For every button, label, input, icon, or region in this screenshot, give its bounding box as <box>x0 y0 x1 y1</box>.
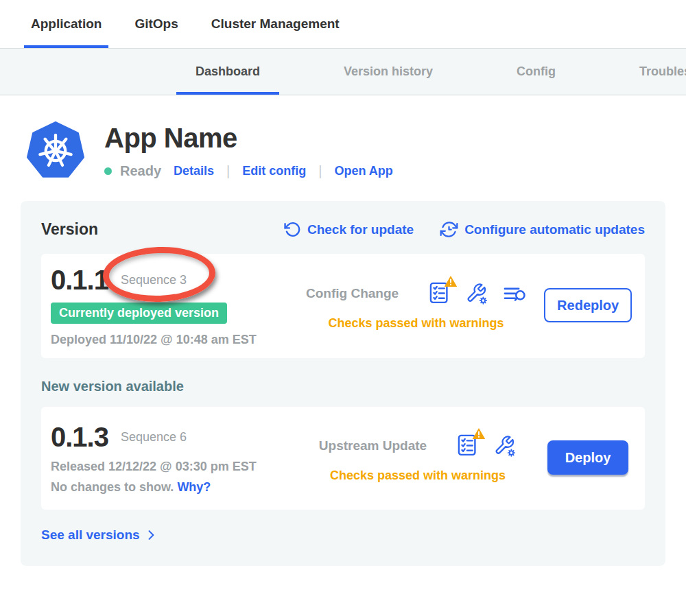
current-checks-warning: Checks passed with warnings <box>329 316 504 331</box>
refresh-icon <box>284 221 301 238</box>
available-version-number: 0.1.3 <box>51 422 108 453</box>
open-app-link[interactable]: Open App <box>334 164 392 178</box>
chevron-right-icon <box>144 528 158 542</box>
sub-nav: Dashboard Version history Config Trouble… <box>0 48 686 95</box>
current-version-card: 0.1.1 Sequence 3 Currently deployed vers… <box>41 254 645 358</box>
edit-config-icon[interactable] <box>494 435 517 458</box>
available-source-label: Upstream Update <box>319 438 427 453</box>
redeploy-button[interactable]: Redeploy <box>544 288 632 322</box>
top-nav: Application GitOps Cluster Management <box>0 0 686 48</box>
auto-update-icon <box>440 220 458 239</box>
view-files-icon[interactable] <box>504 284 526 304</box>
top-nav-item-application[interactable]: Application <box>31 0 102 48</box>
changes-line: No changes to show. Why? <box>51 480 306 495</box>
current-version-sequence: Sequence 3 <box>118 273 187 287</box>
new-version-heading: New version available <box>41 379 645 394</box>
see-all-versions-link[interactable]: See all versions <box>41 528 645 543</box>
app-header-text: App Name Ready Details | Edit config | O… <box>104 121 393 179</box>
available-version-row: 0.1.3 Sequence 6 <box>51 422 306 453</box>
released-timestamp: Released 12/12/22 @ 03:30 pm EST <box>51 460 306 474</box>
deployed-timestamp: Deployed 11/10/22 @ 10:48 am EST <box>51 333 306 347</box>
tab-dashboard[interactable]: Dashboard <box>196 49 260 95</box>
check-for-update-label: Check for update <box>307 222 414 237</box>
available-icon-group <box>457 433 517 460</box>
warning-triangle-icon <box>472 427 486 440</box>
current-version-row: 0.1.1 Sequence 3 <box>51 265 306 296</box>
app-status-row: Ready Details | Edit config | Open App <box>104 163 393 179</box>
version-panel: Version Check for update Configure autom… <box>21 201 665 566</box>
available-version-sequence: Sequence 6 <box>118 430 187 445</box>
see-all-versions-label: See all versions <box>41 528 140 543</box>
available-checks-row: Upstream Update <box>319 433 517 460</box>
tab-troubleshoot[interactable]: Troubleshoot <box>639 49 686 95</box>
no-changes-text: No changes to show. <box>51 480 174 494</box>
app-header: App Name Ready Details | Edit config | O… <box>26 121 659 180</box>
configure-automatic-updates-link[interactable]: Configure automatic updates <box>440 220 645 239</box>
top-nav-item-cluster-management[interactable]: Cluster Management <box>211 0 340 48</box>
link-separator: | <box>314 163 326 179</box>
tab-config[interactable]: Config <box>517 49 556 95</box>
ready-status-dot-icon <box>104 167 112 175</box>
current-version-info: 0.1.1 Sequence 3 Currently deployed vers… <box>51 263 306 347</box>
preflight-checks-icon[interactable] <box>457 433 479 460</box>
version-panel-actions: Check for update Configure automatic upd… <box>284 220 645 239</box>
edit-config-link[interactable]: Edit config <box>242 164 306 178</box>
check-for-update-link[interactable]: Check for update <box>284 221 414 238</box>
edit-config-icon[interactable] <box>466 283 488 305</box>
version-panel-header: Version Check for update Configure autom… <box>41 220 645 239</box>
configure-automatic-updates-label: Configure automatic updates <box>464 222 645 237</box>
link-separator: | <box>222 163 234 179</box>
current-checks-block: Config Change <box>306 281 526 331</box>
current-icon-group <box>429 281 526 307</box>
available-checks-warning: Checks passed with warnings <box>330 469 506 483</box>
current-version-number: 0.1.1 <box>51 265 108 296</box>
current-checks-row: Config Change <box>306 281 526 307</box>
app-title: App Name <box>104 123 393 154</box>
kubernetes-logo-icon <box>26 121 85 180</box>
available-checks-block: Upstream Update <box>306 433 530 483</box>
version-panel-title: Version <box>41 220 98 239</box>
app-status-text: Ready <box>120 163 161 179</box>
currently-deployed-badge: Currently deployed version <box>51 303 227 324</box>
top-nav-item-gitops[interactable]: GitOps <box>134 0 178 48</box>
why-link[interactable]: Why? <box>177 480 211 494</box>
available-version-actions: Upstream Update <box>306 433 628 483</box>
tab-version-history[interactable]: Version history <box>344 49 433 95</box>
warning-triangle-icon <box>444 275 458 287</box>
available-version-info: 0.1.3 Sequence 6 Released 12/12/22 @ 03:… <box>51 420 306 495</box>
current-source-label: Config Change <box>306 286 399 301</box>
details-link[interactable]: Details <box>174 164 214 178</box>
current-version-actions: Config Change <box>306 281 632 331</box>
preflight-checks-icon[interactable] <box>429 281 451 307</box>
deploy-button[interactable]: Deploy <box>547 440 628 475</box>
available-version-card: 0.1.3 Sequence 6 Released 12/12/22 @ 03:… <box>41 407 645 510</box>
